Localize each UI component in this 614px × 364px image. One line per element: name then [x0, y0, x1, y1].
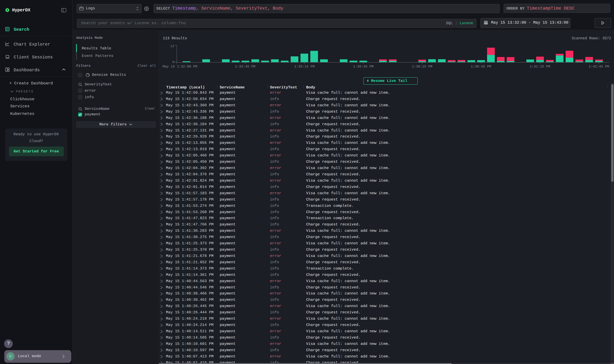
svg-text:1:38:15 PM: 1:38:15 PM: [412, 65, 432, 68]
svg-text:May 15 1:32:00 PM: May 15 1:32:00 PM: [162, 65, 197, 68]
svg-text:1:42:45 PM: 1:42:45 PM: [588, 65, 609, 68]
svg-text:1:35:15 PM: 1:35:15 PM: [294, 65, 314, 68]
svg-text:1:36:45 PM: 1:36:45 PM: [353, 65, 373, 68]
svg-text:1:41:15 PM: 1:41:15 PM: [530, 65, 550, 68]
svg-text:1:39:45 PM: 1:39:45 PM: [471, 65, 491, 68]
svg-text:1:33:45 PM: 1:33:45 PM: [235, 65, 255, 68]
